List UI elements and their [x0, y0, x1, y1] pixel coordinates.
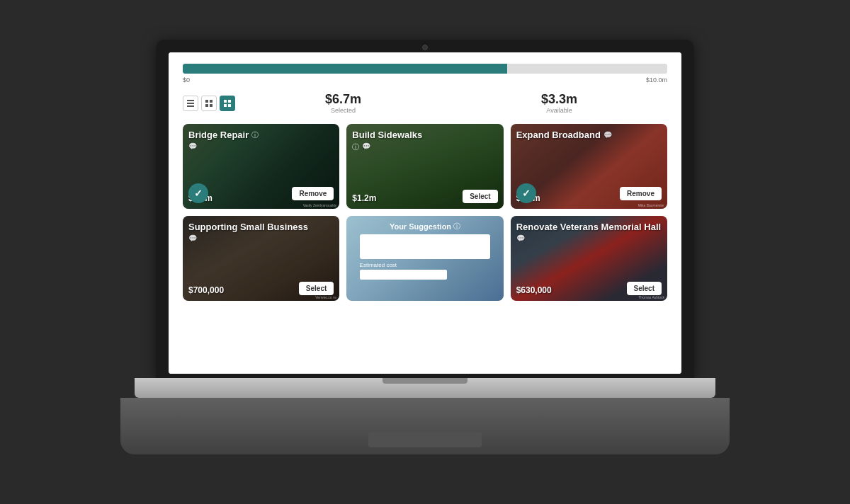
svg-rect-0 — [187, 100, 194, 101]
laptop-base — [135, 378, 715, 398]
progress-section: $0 $10.0m — [183, 64, 667, 84]
card-bottom-bridge: ✓ Remove — [188, 183, 334, 203]
card-expand-broadband[interactable]: Expand Broadband 💬 $3.5m ✓ Remove Mika B… — [511, 124, 667, 209]
laptop-screen: $0 $10.0m — [169, 52, 681, 374]
photo-credit-bridge: Vasily Zemlyanouskiy — [303, 203, 337, 207]
select-button-smallbiz[interactable]: Select — [299, 282, 334, 295]
card-icon-row-sidewalk: ⓘ 💬 — [352, 142, 497, 152]
view-btn-list[interactable] — [183, 96, 198, 111]
card-icon-row-veterans: 💬 — [516, 234, 662, 242]
laptop-keyboard — [120, 398, 730, 454]
card-bottom-smallbiz: Select — [188, 282, 334, 295]
info-icon-sidewalk: ⓘ — [352, 142, 359, 152]
card-build-sidewalks[interactable]: Build Sidewalks ⓘ 💬 $1.2m — [346, 124, 503, 209]
available-label: Available — [451, 107, 667, 114]
photo-credit-smallbiz: Venveo.co nv — [315, 295, 336, 299]
comment-icon-smallbiz: 💬 — [188, 234, 197, 242]
svg-rect-2 — [187, 105, 194, 107]
comment-icon-bridge: 💬 — [188, 142, 197, 150]
laptop-bezel: $0 $10.0m — [156, 40, 694, 379]
view-btn-grid-small[interactable] — [201, 96, 217, 111]
card-bottom-sidewalk: Select — [352, 190, 497, 203]
card-small-business[interactable]: Supporting Small Business 💬 $700,000 — [183, 216, 339, 301]
cards-grid: Bridge Repair ⓘ 💬 $1.2m ✓ — [183, 124, 667, 301]
app-content: $0 $10.0m — [169, 52, 681, 374]
info-icon-bridge: ⓘ — [251, 130, 259, 140]
remove-button-bridge[interactable]: Remove — [292, 187, 334, 200]
progress-labels: $0 $10.0m — [183, 76, 667, 84]
selected-stat: $6.7m Selected — [235, 92, 451, 114]
progress-label-start: $0 — [183, 76, 190, 84]
photo-credit-veterans: Thomas Ashlock — [638, 295, 664, 299]
suggestion-text-input[interactable] — [360, 234, 491, 259]
view-toggle — [183, 96, 235, 111]
svg-rect-8 — [228, 100, 231, 103]
selected-label: Selected — [235, 107, 451, 114]
laptop-mockup: $0 $10.0m — [106, 40, 744, 464]
available-value: $3.3m — [451, 92, 667, 107]
svg-rect-1 — [187, 103, 194, 104]
available-stat: $3.3m Available — [451, 92, 667, 114]
card-bottom-broadband: ✓ Remove — [516, 183, 662, 203]
card-bottom-veterans: Select — [516, 282, 662, 295]
comment-icon-sidewalk: 💬 — [362, 142, 370, 152]
svg-rect-6 — [210, 104, 212, 107]
card-check-bridge: ✓ — [188, 183, 208, 203]
suggestion-content: Your Suggestion ⓘ Estimated cost — [346, 216, 503, 301]
budget-progress-bar — [183, 64, 667, 74]
card-your-suggestion[interactable]: Your Suggestion ⓘ Estimated cost — [346, 216, 503, 301]
budget-progress-fill — [183, 64, 507, 74]
svg-rect-9 — [224, 104, 227, 107]
svg-rect-5 — [205, 104, 208, 107]
stats-row: $6.7m Selected $3.3m Available — [183, 92, 667, 114]
svg-rect-3 — [205, 100, 208, 103]
svg-rect-4 — [210, 100, 212, 103]
card-icon-row-bridge: 💬 — [188, 142, 334, 150]
comment-icon-broadband: 💬 — [604, 131, 612, 139]
comment-icon-veterans: 💬 — [516, 234, 525, 242]
card-icon-row-smallbiz: 💬 — [188, 234, 334, 242]
laptop-camera — [422, 45, 428, 50]
selected-value: $6.7m — [235, 92, 451, 107]
suggestion-cost-input[interactable] — [360, 270, 447, 280]
suggestion-title: Your Suggestion ⓘ — [390, 222, 460, 231]
card-bridge-repair[interactable]: Bridge Repair ⓘ 💬 $1.2m ✓ — [183, 124, 339, 209]
card-check-broadband: ✓ — [516, 183, 536, 203]
remove-button-broadband[interactable]: Remove — [620, 187, 662, 200]
select-button-veterans[interactable]: Select — [627, 282, 662, 295]
progress-label-end: $10.0m — [646, 76, 667, 84]
info-icon-suggestion: ⓘ — [453, 222, 460, 231]
card-title-veterans: Renovate Veterans Memorial Hall — [516, 222, 661, 233]
card-title-sidewalk: Build Sidewalks — [352, 130, 422, 141]
card-title-smallbiz: Supporting Small Business — [188, 222, 308, 233]
photo-credit-broadband: Mika Baumeister — [638, 203, 664, 207]
card-veterans-hall[interactable]: Renovate Veterans Memorial Hall 💬 $630,0… — [511, 216, 667, 301]
view-btn-grid-large[interactable] — [220, 96, 235, 111]
suggestion-cost-label: Estimated cost — [360, 262, 397, 268]
card-title-broadband: Expand Broadband — [516, 130, 601, 141]
card-title-bridge: Bridge Repair — [188, 130, 249, 141]
svg-rect-10 — [228, 104, 231, 107]
select-button-sidewalk[interactable]: Select — [463, 190, 497, 203]
svg-rect-7 — [224, 100, 227, 103]
